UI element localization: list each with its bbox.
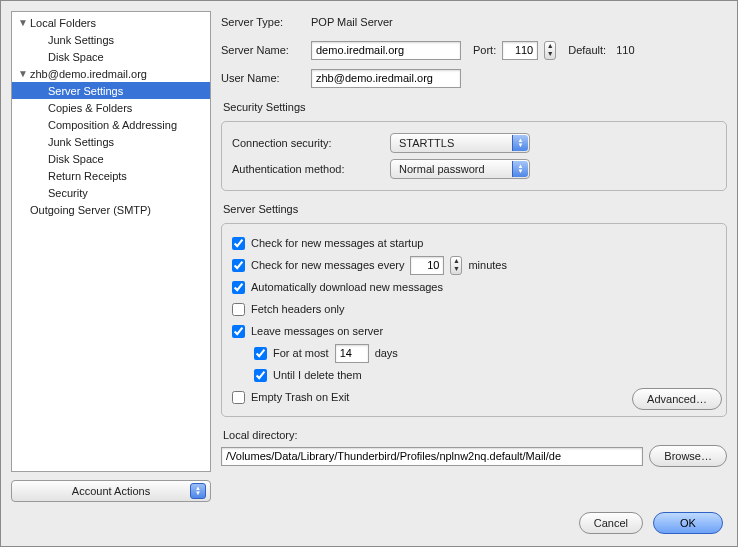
cancel-button[interactable]: Cancel	[579, 512, 643, 534]
server-name-input[interactable]	[311, 41, 461, 60]
check-every-checkbox[interactable]	[232, 259, 245, 272]
auth-method-value: Normal password	[399, 163, 485, 175]
check-every-row: Check for new messages every ▲▼ minutes	[232, 254, 716, 276]
ok-button[interactable]: OK	[653, 512, 723, 534]
port-input[interactable]	[502, 41, 538, 60]
auth-method-label: Authentication method:	[232, 163, 382, 175]
connection-security-select[interactable]: STARTTLS ▲▼	[390, 133, 530, 153]
security-settings-title: Security Settings	[223, 101, 727, 113]
account-tree[interactable]: ▼ Local Folders Junk Settings Disk Space…	[11, 11, 211, 472]
dialog-footer: Cancel OK	[1, 502, 737, 546]
check-every-stepper[interactable]: ▲▼	[450, 256, 462, 275]
server-settings-title: Server Settings	[223, 203, 727, 215]
tree-label: Junk Settings	[46, 136, 114, 148]
tree-label: Disk Space	[46, 153, 104, 165]
tree-label: Server Settings	[46, 85, 123, 97]
disclosure-triangle-icon[interactable]: ▼	[18, 17, 28, 28]
server-name-row: Server Name: Port: ▲▼ Default: 110	[221, 39, 727, 61]
default-port-label: Default:	[568, 44, 606, 56]
cancel-button-label: Cancel	[594, 517, 628, 529]
user-name-row: User Name:	[221, 67, 727, 89]
tree-item-security[interactable]: Security	[12, 184, 210, 201]
tree-label: Security	[46, 187, 88, 199]
auth-method-row: Authentication method: Normal password ▲…	[232, 156, 716, 182]
connection-security-row: Connection security: STARTTLS ▲▼	[232, 130, 716, 156]
local-directory-label: Local directory:	[223, 429, 727, 441]
for-at-most-input[interactable]	[335, 344, 369, 363]
default-port-value: 110	[616, 44, 634, 56]
empty-trash-label: Empty Trash on Exit	[251, 391, 349, 403]
check-every-input[interactable]	[410, 256, 444, 275]
tree-item-composition-addressing[interactable]: Composition & Addressing	[12, 116, 210, 133]
tree-item-junk-settings[interactable]: Junk Settings	[12, 31, 210, 48]
port-stepper[interactable]: ▲▼	[544, 41, 556, 60]
fetch-headers-label: Fetch headers only	[251, 303, 345, 315]
for-at-most-row: For at most days	[232, 342, 716, 364]
tree-label: Outgoing Server (SMTP)	[28, 204, 151, 216]
check-startup-label: Check for new messages at startup	[251, 237, 423, 249]
until-delete-checkbox[interactable]	[254, 369, 267, 382]
tree-item-return-receipts[interactable]: Return Receipts	[12, 167, 210, 184]
auto-download-row: Automatically download new messages	[232, 276, 716, 298]
security-settings-group: Connection security: STARTTLS ▲▼ Authent…	[221, 121, 727, 191]
account-actions-dropdown[interactable]: Account Actions ▲▼	[11, 480, 211, 502]
sidebar-column: ▼ Local Folders Junk Settings Disk Space…	[11, 11, 211, 502]
tree-item-junk-settings-2[interactable]: Junk Settings	[12, 133, 210, 150]
until-delete-row: Until I delete them	[232, 364, 716, 386]
check-every-label: Check for new messages every	[251, 259, 404, 271]
account-actions-label: Account Actions	[72, 485, 150, 497]
updown-arrows-icon: ▲▼	[512, 135, 528, 151]
browse-button[interactable]: Browse…	[649, 445, 727, 467]
tree-item-server-settings[interactable]: Server Settings	[12, 82, 210, 99]
server-type-label: Server Type:	[221, 16, 305, 28]
fetch-headers-checkbox[interactable]	[232, 303, 245, 316]
leave-on-server-row: Leave messages on server	[232, 320, 716, 342]
local-directory-input[interactable]	[221, 447, 643, 466]
leave-on-server-checkbox[interactable]	[232, 325, 245, 338]
user-name-input[interactable]	[311, 69, 461, 88]
ok-button-label: OK	[680, 517, 696, 529]
for-at-most-checkbox[interactable]	[254, 347, 267, 360]
tree-item-disk-space-2[interactable]: Disk Space	[12, 150, 210, 167]
days-label: days	[375, 347, 398, 359]
until-delete-label: Until I delete them	[273, 369, 362, 381]
updown-arrows-icon: ▲▼	[512, 161, 528, 177]
local-directory-section: Local directory: Browse…	[221, 427, 727, 467]
tree-item-local-folders[interactable]: ▼ Local Folders	[12, 14, 210, 31]
body: ▼ Local Folders Junk Settings Disk Space…	[1, 1, 737, 502]
tree-label: Local Folders	[28, 17, 96, 29]
disclosure-triangle-icon[interactable]: ▼	[18, 68, 28, 79]
tree-label: zhb@demo.iredmail.org	[28, 68, 147, 80]
auto-download-label: Automatically download new messages	[251, 281, 443, 293]
tree-item-account[interactable]: ▼ zhb@demo.iredmail.org	[12, 65, 210, 82]
auto-download-checkbox[interactable]	[232, 281, 245, 294]
tree-item-copies-folders[interactable]: Copies & Folders	[12, 99, 210, 116]
server-type-row: Server Type: POP Mail Server	[221, 11, 727, 33]
browse-button-label: Browse…	[664, 450, 712, 462]
leave-on-server-label: Leave messages on server	[251, 325, 383, 337]
server-type-value: POP Mail Server	[311, 16, 393, 28]
tree-label: Disk Space	[46, 51, 104, 63]
account-settings-dialog: ▼ Local Folders Junk Settings Disk Space…	[0, 0, 738, 547]
tree-label: Composition & Addressing	[46, 119, 177, 131]
empty-trash-checkbox[interactable]	[232, 391, 245, 404]
advanced-button-label: Advanced…	[647, 393, 707, 405]
tree-label: Copies & Folders	[46, 102, 132, 114]
check-startup-checkbox[interactable]	[232, 237, 245, 250]
connection-security-label: Connection security:	[232, 137, 382, 149]
connection-security-value: STARTTLS	[399, 137, 454, 149]
minutes-label: minutes	[468, 259, 507, 271]
user-name-label: User Name:	[221, 72, 305, 84]
updown-arrows-icon: ▲▼	[190, 483, 206, 499]
server-settings-group: Check for new messages at startup Check …	[221, 223, 727, 417]
check-startup-row: Check for new messages at startup	[232, 232, 716, 254]
advanced-button[interactable]: Advanced…	[632, 388, 722, 410]
fetch-headers-row: Fetch headers only	[232, 298, 716, 320]
port-label: Port:	[473, 44, 496, 56]
tree-item-outgoing-server[interactable]: Outgoing Server (SMTP)	[12, 201, 210, 218]
tree-label: Return Receipts	[46, 170, 127, 182]
settings-panel: Server Type: POP Mail Server Server Name…	[221, 11, 727, 502]
tree-item-disk-space[interactable]: Disk Space	[12, 48, 210, 65]
auth-method-select[interactable]: Normal password ▲▼	[390, 159, 530, 179]
tree-label: Junk Settings	[46, 34, 114, 46]
